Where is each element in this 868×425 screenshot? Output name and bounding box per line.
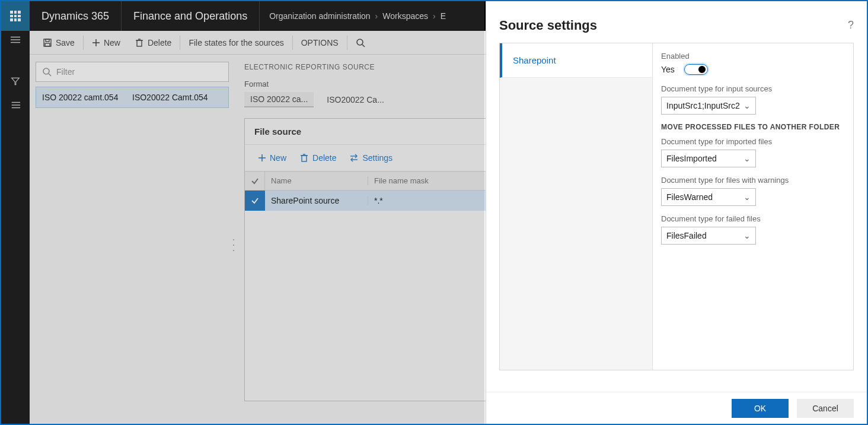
svg-line-18 — [49, 74, 51, 76]
divider — [83, 36, 84, 50]
svg-marker-3 — [12, 78, 20, 84]
new-label: New — [104, 38, 120, 47]
filter-icon[interactable] — [9, 77, 21, 85]
imported-files-combo[interactable]: FilesImported ⌄ — [661, 150, 756, 167]
card-settings-label: Settings — [362, 153, 392, 163]
chevron-down-icon: ⌄ — [743, 154, 751, 163]
save-button[interactable]: Save — [36, 31, 82, 54]
toggle-knob-icon — [698, 66, 706, 73]
grid-cell-name[interactable]: SharePoint source — [265, 196, 368, 205]
check-icon — [251, 177, 259, 185]
move-files-section-header: MOVE PROCESSED FILES TO ANOTHER FOLDER — [661, 123, 845, 131]
filter-placeholder: Filter — [56, 67, 75, 77]
app-launcher-button[interactable] — [1, 1, 30, 31]
failed-files-combo[interactable]: FilesFailed ⌄ — [661, 227, 756, 245]
imported-files-value: FilesImported — [666, 154, 717, 163]
card-delete-button[interactable]: Delete — [293, 151, 342, 165]
brand-label: Dynamics 365 — [30, 1, 122, 31]
list-icon[interactable] — [9, 101, 21, 109]
failed-files-value: FilesFailed — [666, 231, 707, 240]
delete-button[interactable]: Delete — [127, 31, 178, 54]
filter-search-icon — [42, 67, 52, 77]
input-sources-combo[interactable]: InputSrc1;InputSrc2 ⌄ — [661, 97, 756, 115]
svg-point-15 — [357, 39, 363, 45]
card-delete-label: Delete — [312, 153, 336, 163]
hamburger-icon[interactable] — [9, 36, 21, 44]
options-label: OPTIONS — [301, 38, 339, 47]
options-button[interactable]: OPTIONS — [294, 31, 346, 54]
check-icon — [251, 196, 259, 205]
enabled-value-text: Yes — [661, 65, 675, 74]
chevron-right-icon: › — [433, 11, 436, 21]
divider — [347, 36, 347, 50]
file-states-button[interactable]: File states for the sources — [181, 31, 291, 54]
trash-icon — [299, 153, 309, 163]
breadcrumb[interactable]: Organization administration › Workspaces… — [260, 1, 455, 31]
search-button[interactable] — [349, 31, 372, 54]
grid-header-check[interactable] — [245, 172, 265, 190]
card-settings-button[interactable]: Settings — [343, 151, 398, 165]
save-icon — [43, 38, 52, 47]
panel-title: Source settings — [499, 18, 597, 33]
svg-line-16 — [362, 45, 365, 47]
imported-files-label: Document type for imported files — [661, 137, 845, 146]
divider — [292, 36, 293, 50]
delete-label: Delete — [148, 38, 171, 47]
card-new-label: New — [270, 153, 286, 163]
trash-icon — [135, 38, 144, 47]
input-sources-label: Document type for input sources — [661, 84, 845, 93]
panel-form: Enabled Yes Document type for input sour… — [653, 43, 853, 370]
warning-files-value: FilesWarned — [666, 192, 713, 202]
plus-icon — [258, 154, 266, 162]
chevron-right-icon: › — [375, 11, 378, 21]
card-new-button[interactable]: New — [252, 151, 292, 165]
module-label: Finance and Operations — [122, 1, 260, 31]
warning-files-combo[interactable]: FilesWarned ⌄ — [661, 188, 756, 206]
warning-files-label: Document type for files with warnings — [661, 176, 845, 185]
chevron-down-icon: ⌄ — [743, 192, 751, 202]
help-icon[interactable]: ? — [848, 18, 854, 31]
format-value-text: ISO20022 Ca... — [321, 92, 390, 107]
list-item-id: ISO 20022 camt.054 — [42, 93, 132, 102]
splitter-handle[interactable] — [233, 239, 237, 251]
breadcrumb-segment[interactable]: E — [441, 11, 446, 21]
search-icon — [356, 38, 365, 47]
svg-rect-21 — [302, 156, 307, 161]
source-settings-panel: Source settings ? Sharepoint Enabled Yes… — [486, 1, 867, 424]
enabled-toggle[interactable] — [684, 64, 708, 75]
file-states-label: File states for the sources — [189, 38, 283, 47]
chevron-down-icon: ⌄ — [743, 231, 751, 240]
breadcrumb-segment[interactable]: Workspaces — [382, 11, 428, 21]
left-rail — [1, 31, 30, 424]
ok-button[interactable]: OK — [732, 399, 789, 418]
failed-files-label: Document type for failed files — [661, 214, 845, 223]
breadcrumb-segment[interactable]: Organization administration — [269, 11, 370, 21]
svg-rect-9 — [45, 43, 50, 46]
chevron-down-icon: ⌄ — [743, 101, 751, 110]
panel-tab-list: Sharepoint — [500, 43, 653, 370]
list-item[interactable]: ISO 20022 camt.054 ISO20022 Camt.054 — [36, 87, 229, 108]
swap-icon — [349, 153, 359, 163]
panel-footer: OK Cancel — [486, 392, 867, 424]
cancel-button[interactable]: Cancel — [797, 399, 854, 418]
waffle-icon — [10, 11, 21, 21]
new-button[interactable]: New — [85, 31, 127, 54]
grid-header-name[interactable]: Name — [265, 176, 368, 185]
enabled-label: Enabled — [661, 52, 845, 61]
svg-point-17 — [43, 68, 49, 74]
list-pane: Filter ISO 20022 camt.054 ISO20022 Camt.… — [30, 55, 235, 424]
svg-rect-8 — [46, 39, 49, 42]
grid-row-check[interactable] — [245, 191, 265, 211]
filter-input[interactable]: Filter — [36, 62, 229, 82]
svg-rect-12 — [137, 40, 142, 46]
input-sources-value: InputSrc1;InputSrc2 — [666, 101, 740, 110]
format-value-chip[interactable]: ISO 20022 ca... — [244, 92, 314, 107]
tab-sharepoint[interactable]: Sharepoint — [500, 43, 652, 78]
save-label: Save — [56, 38, 75, 47]
list-item-name: ISO20022 Camt.054 — [132, 93, 222, 102]
panel-content-card: Sharepoint Enabled Yes Document type for… — [499, 43, 854, 370]
divider — [180, 36, 180, 50]
plus-icon — [92, 39, 100, 47]
